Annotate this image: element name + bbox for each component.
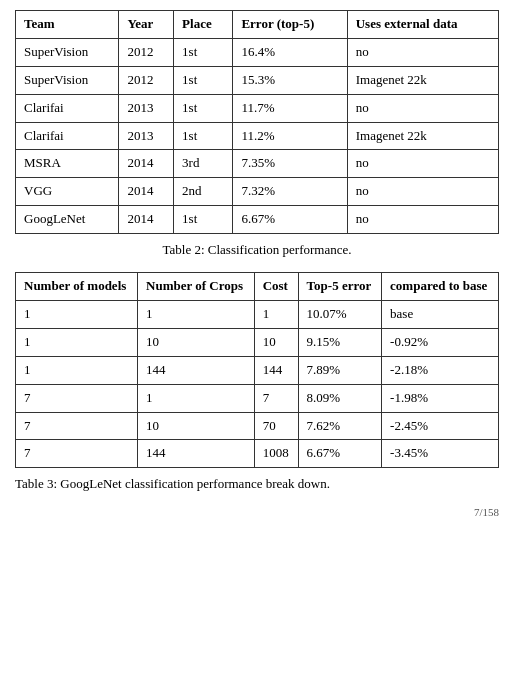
col-header-top5-error: Top-5 error <box>298 273 381 301</box>
table-cell: 10 <box>254 328 298 356</box>
col-header-external: Uses external data <box>347 11 498 39</box>
table-cell: 1st <box>174 38 233 66</box>
table-cell: 1 <box>16 328 138 356</box>
table-cell: 2012 <box>119 66 174 94</box>
table-cell: 2012 <box>119 38 174 66</box>
table-cell: 2nd <box>174 178 233 206</box>
table-row: GoogLeNet20141st6.67%no <box>16 206 499 234</box>
table-cell: VGG <box>16 178 119 206</box>
table-cell: SuperVision <box>16 38 119 66</box>
table-cell: 1 <box>138 384 255 412</box>
table-cell: -2.45% <box>382 412 499 440</box>
table-cell: 1 <box>254 301 298 329</box>
col-header-team: Team <box>16 11 119 39</box>
table-row: SuperVision20121st16.4%no <box>16 38 499 66</box>
table-cell: 1st <box>174 66 233 94</box>
col-header-cost: Cost <box>254 273 298 301</box>
col-header-num-models: Number of models <box>16 273 138 301</box>
table2-caption: Table 3: GoogLeNet classification perfor… <box>15 476 499 492</box>
table-row: Clarifai20131st11.7%no <box>16 94 499 122</box>
table-cell: 6.67% <box>298 440 381 468</box>
table-cell: 15.3% <box>233 66 347 94</box>
table-cell: 7.32% <box>233 178 347 206</box>
table-row: 11110.07%base <box>16 301 499 329</box>
table-cell: 10 <box>138 412 255 440</box>
table1-caption: Table 2: Classification performance. <box>15 242 499 258</box>
table-cell: 2014 <box>119 206 174 234</box>
table-cell: 1 <box>138 301 255 329</box>
table-cell: 144 <box>254 356 298 384</box>
table-cell: 70 <box>254 412 298 440</box>
table-cell: SuperVision <box>16 66 119 94</box>
table-cell: no <box>347 178 498 206</box>
table-cell: 7.35% <box>233 150 347 178</box>
table-cell: -3.45% <box>382 440 499 468</box>
table-cell: GoogLeNet <box>16 206 119 234</box>
col-header-num-crops: Number of Crops <box>138 273 255 301</box>
table-cell: 144 <box>138 440 255 468</box>
table-cell: 1 <box>16 356 138 384</box>
table-cell: 2014 <box>119 178 174 206</box>
table-cell: 16.4% <box>233 38 347 66</box>
table-cell: 144 <box>138 356 255 384</box>
table-cell: 2014 <box>119 150 174 178</box>
table-cell: 10.07% <box>298 301 381 329</box>
table-cell: no <box>347 38 498 66</box>
table-row: 7178.09%-1.98% <box>16 384 499 412</box>
table-cell: 1 <box>16 301 138 329</box>
table-cell: 7 <box>254 384 298 412</box>
col-header-place: Place <box>174 11 233 39</box>
table-cell: -1.98% <box>382 384 499 412</box>
table-cell: 3rd <box>174 150 233 178</box>
table-row: 710707.62%-2.45% <box>16 412 499 440</box>
col-header-compared: compared to base <box>382 273 499 301</box>
table-cell: Imagenet 22k <box>347 66 498 94</box>
table-cell: 7 <box>16 384 138 412</box>
table-cell: Clarifai <box>16 122 119 150</box>
table-cell: 11.2% <box>233 122 347 150</box>
table-cell: 1008 <box>254 440 298 468</box>
table-cell: -2.18% <box>382 356 499 384</box>
table-cell: 2013 <box>119 122 174 150</box>
table-cell: 6.67% <box>233 206 347 234</box>
table-cell: 8.09% <box>298 384 381 412</box>
table-row: 714410086.67%-3.45% <box>16 440 499 468</box>
table-cell: 10 <box>138 328 255 356</box>
table-cell: base <box>382 301 499 329</box>
table-row: MSRA20143rd7.35%no <box>16 150 499 178</box>
table-cell: no <box>347 150 498 178</box>
table-cell: no <box>347 206 498 234</box>
table-cell: 1st <box>174 94 233 122</box>
table-row: 11441447.89%-2.18% <box>16 356 499 384</box>
table-row: Clarifai20131st11.2%Imagenet 22k <box>16 122 499 150</box>
table-cell: Clarifai <box>16 94 119 122</box>
table-cell: no <box>347 94 498 122</box>
table-cell: -0.92% <box>382 328 499 356</box>
page-footer: 7/158 <box>15 506 499 518</box>
table-cell: 2013 <box>119 94 174 122</box>
table-cell: 7 <box>16 412 138 440</box>
table-cell: 1st <box>174 122 233 150</box>
table-cell: 9.15% <box>298 328 381 356</box>
col-header-error: Error (top-5) <box>233 11 347 39</box>
table-cell: MSRA <box>16 150 119 178</box>
table-cell: 7.89% <box>298 356 381 384</box>
table-row: 110109.15%-0.92% <box>16 328 499 356</box>
table-row: SuperVision20121st15.3%Imagenet 22k <box>16 66 499 94</box>
table-cell: Imagenet 22k <box>347 122 498 150</box>
table-googlenet-performance: Number of models Number of Crops Cost To… <box>15 272 499 468</box>
col-header-year: Year <box>119 11 174 39</box>
table-cell: 11.7% <box>233 94 347 122</box>
table-cell: 7.62% <box>298 412 381 440</box>
table-cell: 7 <box>16 440 138 468</box>
table-row: VGG20142nd7.32%no <box>16 178 499 206</box>
table-classification-performance: Team Year Place Error (top-5) Uses exter… <box>15 10 499 234</box>
table-cell: 1st <box>174 206 233 234</box>
